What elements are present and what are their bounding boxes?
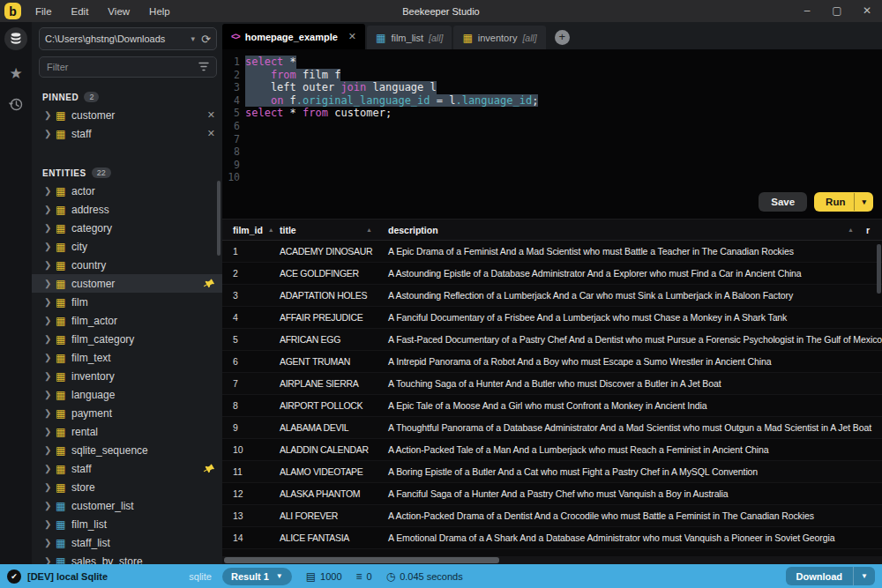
chevron-right-icon[interactable]: ❯ (44, 556, 56, 564)
cell-film_id[interactable]: 6 (222, 356, 269, 367)
code-line[interactable]: 6 (222, 120, 882, 133)
table-row[interactable]: 7AIRPLANE SIERRAA Touching Saga of a Hun… (222, 373, 882, 395)
sort-icon[interactable]: ▲ (361, 227, 372, 233)
cell-film_id[interactable]: 8 (222, 400, 269, 411)
chevron-right-icon[interactable]: ❯ (44, 519, 56, 529)
chevron-right-icon[interactable]: ❯ (44, 501, 56, 510)
connection-dropdown[interactable]: C:\Users\ghstng\Downloads ▾ ⟳ (39, 27, 217, 50)
sidebar-item-film_text[interactable]: ❯▦film_text (32, 348, 222, 367)
sidebar-item-sqlite_sequence[interactable]: ❯▦sqlite_sequence (32, 441, 222, 459)
cell-description[interactable]: A Epic Tale of a Moose And a Girl who mu… (377, 400, 882, 411)
cell-title[interactable]: ADAPTATION HOLES (269, 290, 377, 301)
sidebar-item-payment[interactable]: ❯▦payment (32, 404, 222, 422)
cell-description[interactable]: A Thoughtful Panorama of a Database Admi… (377, 422, 882, 433)
chevron-right-icon[interactable]: ❯ (44, 110, 56, 120)
table-row[interactable]: 10ALADDIN CALENDARA Action-Packed Tale o… (222, 439, 882, 461)
chevron-right-icon[interactable]: ❯ (44, 464, 56, 473)
sidebar-item-inventory[interactable]: ❯▦inventory (32, 367, 222, 385)
chevron-right-icon[interactable]: ❯ (44, 408, 56, 418)
cell-film_id[interactable]: 1 (222, 246, 269, 257)
table-row[interactable]: 9ALABAMA DEVILA Thoughtful Panorama of a… (222, 417, 882, 439)
sidebar-item-country[interactable]: ❯▦country (32, 256, 222, 274)
code-line[interactable]: 7 (222, 133, 882, 146)
cell-title[interactable]: ACE GOLDFINGER (269, 268, 377, 279)
chevron-right-icon[interactable]: ❯ (44, 445, 56, 455)
table-row[interactable]: 3ADAPTATION HOLESA Astounding Reflection… (222, 285, 882, 307)
tab-inventory[interactable]: ▦ inventory [all] (453, 26, 545, 49)
cell-film_id[interactable]: 10 (222, 444, 269, 455)
code-line[interactable]: 5select * from customer; (222, 107, 882, 120)
download-button[interactable]: Download ▼ (786, 567, 875, 585)
pin-icon[interactable] (203, 462, 217, 476)
download-caret-icon[interactable]: ▼ (853, 567, 875, 585)
sidebar-item-film_actor[interactable]: ❯▦film_actor (32, 311, 222, 330)
table-row[interactable]: 2ACE GOLDFINGERA Astounding Epistle of a… (222, 263, 882, 285)
cell-title[interactable]: ALICE FANTASIA (269, 532, 377, 543)
sidebar-item-category[interactable]: ❯▦category (32, 219, 222, 237)
cell-film_id[interactable]: 11 (222, 466, 269, 477)
sql-editor[interactable]: 1select *2 from film f3 left outer join … (222, 49, 882, 219)
cell-description[interactable]: A Astounding Reflection of a Lumberjack … (377, 290, 882, 301)
menu-edit[interactable]: Edit (71, 6, 89, 17)
cell-title[interactable]: AGENT TRUMAN (269, 356, 377, 367)
sidebar-item-customer[interactable]: ❯▦customer (32, 274, 222, 293)
chevron-right-icon[interactable]: ❯ (44, 371, 56, 381)
cell-description[interactable]: A Intrepid Panorama of a Robot And a Boy… (377, 356, 882, 367)
cell-film_id[interactable]: 2 (222, 268, 269, 279)
table-row[interactable]: 14ALICE FANTASIAA Emotional Drama of a A… (222, 527, 882, 549)
close-button[interactable]: ✕ (852, 0, 882, 22)
sidebar-item-film[interactable]: ❯▦film (32, 293, 222, 311)
cell-title[interactable]: ALAMO VIDEOTAPE (269, 466, 377, 477)
cell-title[interactable]: AIRPLANE SIERRA (269, 378, 377, 389)
cell-title[interactable]: AFRICAN EGG (269, 334, 377, 345)
column-header-title[interactable]: title▲ (269, 225, 377, 235)
refresh-icon[interactable]: ⟳ (201, 33, 211, 46)
cell-film_id[interactable]: 9 (222, 422, 269, 433)
entity-filter[interactable] (39, 56, 217, 78)
chevron-right-icon[interactable]: ❯ (44, 427, 56, 436)
sidebar-item-staff[interactable]: ❯▦staff (32, 459, 222, 478)
table-row[interactable]: 4AFFAIR PREJUDICEA Fanciful Documentary … (222, 307, 882, 329)
sidebar-item-store[interactable]: ❯▦store (32, 478, 222, 496)
sidebar-item-language[interactable]: ❯▦language (32, 385, 222, 404)
scrollbar-thumb[interactable] (224, 557, 499, 563)
pin-icon[interactable] (203, 277, 217, 291)
sidebar-item-staff_list[interactable]: ❯▦staff_list (32, 533, 222, 552)
cell-description[interactable]: A Fast-Paced Documentary of a Pastry Che… (377, 334, 882, 345)
sidebar-item-sales_by_store[interactable]: ❯▦sales_by_store (32, 552, 222, 564)
sidebar-item-rental[interactable]: ❯▦rental (32, 422, 222, 441)
chevron-right-icon[interactable]: ❯ (44, 223, 56, 233)
run-button[interactable]: Run ▾ (814, 192, 873, 212)
cell-description[interactable]: A Emotional Drama of a A Shark And a Dat… (377, 532, 882, 543)
column-header-partial[interactable]: r (859, 225, 882, 235)
cell-title[interactable]: AFFAIR PREJUDICE (269, 312, 377, 323)
table-row[interactable]: 8AIRPORT POLLOCKA Epic Tale of a Moose A… (222, 395, 882, 417)
results-horizontal-scrollbar[interactable] (222, 556, 882, 564)
chevron-right-icon[interactable]: ❯ (44, 353, 56, 362)
chevron-right-icon[interactable]: ❯ (44, 482, 56, 492)
table-row[interactable]: 12ALASKA PHANTOMA Fanciful Saga of a Hun… (222, 483, 882, 505)
table-row[interactable]: 6AGENT TRUMANA Intrepid Panorama of a Ro… (222, 351, 882, 373)
column-header-description[interactable]: description▲ (377, 225, 859, 235)
tab-film-list[interactable]: ▦ film_list [all] (367, 26, 452, 49)
cell-film_id[interactable]: 12 (222, 488, 269, 499)
table-row[interactable]: 5AFRICAN EGGA Fast-Paced Documentary of … (222, 329, 882, 351)
results-vertical-scrollbar[interactable] (877, 244, 881, 294)
sidebar-item-film_list[interactable]: ❯▦film_list (32, 515, 222, 533)
chevron-right-icon[interactable]: ❯ (44, 186, 56, 196)
cell-title[interactable]: ALADDIN CALENDAR (269, 444, 377, 455)
chevron-right-icon[interactable]: ❯ (44, 242, 56, 251)
cell-description[interactable]: A Astounding Epistle of a Database Admin… (377, 268, 882, 279)
chevron-right-icon[interactable]: ❯ (44, 390, 56, 399)
cell-film_id[interactable]: 7 (222, 378, 269, 389)
cell-film_id[interactable]: 13 (222, 510, 269, 521)
chevron-right-icon[interactable]: ❯ (44, 205, 56, 214)
sidebar-scrollbar[interactable] (217, 181, 220, 256)
cell-film_id[interactable]: 14 (222, 532, 269, 543)
sidebar-item-address[interactable]: ❯▦address (32, 200, 222, 219)
cell-film_id[interactable]: 3 (222, 290, 269, 301)
sort-icon[interactable]: ▲ (842, 227, 854, 233)
cell-description[interactable]: A Fanciful Documentary of a Frisbee And … (377, 312, 882, 323)
cell-description[interactable]: A Touching Saga of a Hunter And a Butler… (377, 378, 882, 389)
chevron-right-icon[interactable]: ❯ (44, 297, 56, 307)
